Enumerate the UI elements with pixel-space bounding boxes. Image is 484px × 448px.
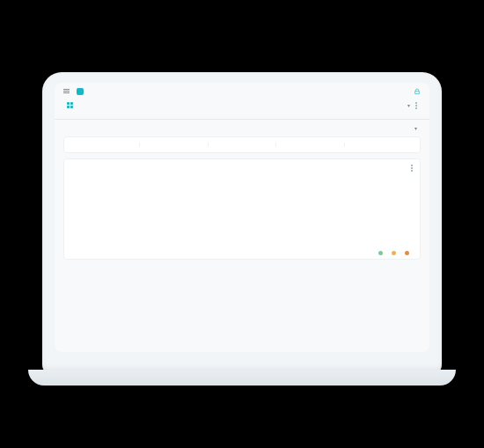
chart-card (63, 158, 421, 260)
more-icon[interactable] (415, 102, 417, 109)
legend-item (378, 251, 385, 255)
stat-item (209, 143, 277, 147)
more-icon[interactable] (411, 165, 413, 172)
brand (63, 88, 87, 95)
chart-legend (71, 247, 413, 255)
logo-mark-icon (77, 88, 84, 95)
chevron-down-icon: ▾ (414, 125, 417, 131)
legend-item (392, 251, 398, 255)
page-header: ▾ (55, 99, 429, 111)
section-visitor-interests-header: ▾ (63, 125, 421, 131)
chart-area (71, 173, 413, 247)
section-total-interests-title (63, 265, 421, 267)
top-bar (55, 83, 429, 99)
legend-item (405, 251, 411, 255)
laptop-frame: ▾ ▾ (42, 72, 442, 377)
app-screen: ▾ ▾ (55, 83, 429, 352)
y-axis (71, 173, 84, 247)
stat-item (276, 143, 345, 147)
stat-item (345, 143, 413, 147)
menu-icon[interactable] (63, 89, 70, 93)
apps-icon[interactable] (67, 102, 73, 108)
chevron-down-icon: ▾ (407, 102, 410, 108)
stat-item (140, 143, 209, 147)
stat-item (71, 143, 140, 147)
chart-plot[interactable] (84, 173, 413, 247)
tabs (55, 111, 429, 120)
stats-card (63, 136, 421, 153)
lock-icon[interactable] (414, 88, 421, 95)
